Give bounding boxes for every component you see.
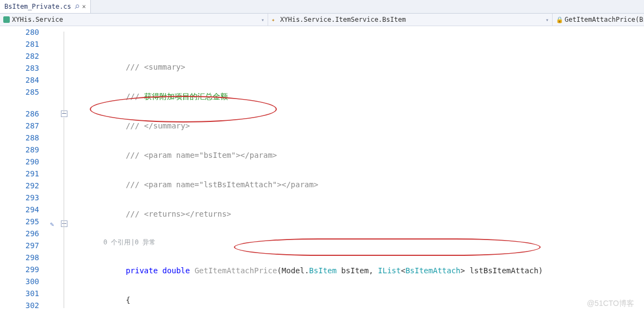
code-line: /// <summary> xyxy=(71,61,644,73)
code-line: /// <param name="lstBsItemAttach"></para… xyxy=(71,179,644,191)
nav-method[interactable]: 🔒 GetItemAttachPrice(BsItem bsI xyxy=(553,14,644,26)
line-number: 294 xyxy=(0,204,39,216)
line-number: 301 xyxy=(0,287,39,299)
nav-class[interactable]: ✦ XYHis.Service.ItemService.BsItem ▾ xyxy=(268,14,553,26)
namespace-icon xyxy=(3,16,10,23)
codelens-gap xyxy=(0,98,39,108)
nav-class-label: XYHis.Service.ItemService.BsItem xyxy=(280,16,406,23)
tab-filename: BsItem_Private.cs xyxy=(4,3,71,10)
line-gutter: 280 281 282 283 284 285 286 287 288 289 … xyxy=(0,26,49,313)
line-number: 292 xyxy=(0,180,39,192)
line-number: 291 xyxy=(0,168,39,180)
line-number: 290 xyxy=(0,156,39,168)
fold-toggle-foreach[interactable] xyxy=(61,220,67,227)
line-number: 299 xyxy=(0,263,39,275)
fold-toggle-method[interactable] xyxy=(61,111,67,117)
line-number: 284 xyxy=(0,74,39,86)
line-number: 298 xyxy=(0,251,39,263)
class-icon: ✦ xyxy=(271,16,278,23)
code-line: /// <param name="bsItem"></param> xyxy=(71,149,644,161)
nav-method-label: GetItemAttachPrice(BsItem bsI xyxy=(565,16,644,23)
chevron-down-icon: ▾ xyxy=(261,17,264,23)
code-line: { xyxy=(71,294,644,306)
code-area[interactable]: /// <summary> /// 获得附加项目的汇总金额 /// </summ… xyxy=(71,26,644,313)
marker-column: ✎ xyxy=(49,26,61,313)
method-icon: 🔒 xyxy=(556,16,562,23)
line-number: 302 xyxy=(0,299,39,311)
ide-root: BsItem_Private.cs ⚲ × XYHis.Service ▾ ✦ … xyxy=(0,0,644,313)
pin-icon[interactable]: ⚲ xyxy=(72,3,81,11)
line-number: 285 xyxy=(0,86,39,98)
navigation-bar: XYHis.Service ▾ ✦ XYHis.Service.ItemServ… xyxy=(0,14,644,26)
line-number: 282 xyxy=(0,50,39,62)
editor: 280 281 282 283 284 285 286 287 288 289 … xyxy=(0,26,644,313)
code-line: /// </summary> xyxy=(71,120,644,132)
line-number: 297 xyxy=(0,240,39,251)
watermark: @51CTO博客 xyxy=(587,299,634,309)
chevron-down-icon: ▾ xyxy=(546,17,549,23)
tab-bar: BsItem_Private.cs ⚲ × xyxy=(0,0,644,14)
line-number: 281 xyxy=(0,38,39,50)
line-number: 286 xyxy=(0,108,39,120)
line-number: 293 xyxy=(0,192,39,204)
code-line: private double GetItemAttachPrice(Model.… xyxy=(71,265,644,277)
line-number: 287 xyxy=(0,120,39,132)
nav-namespace-label: XYHis.Service xyxy=(12,16,63,23)
outline-column xyxy=(61,26,71,313)
codelens-row[interactable]: 0 个引用|0 异常 xyxy=(71,237,644,247)
line-number: 296 xyxy=(0,228,39,240)
nav-namespace[interactable]: XYHis.Service ▾ xyxy=(0,14,268,26)
code-line: /// 获得附加项目的汇总金额 xyxy=(71,90,644,102)
line-number: 295 xyxy=(0,216,39,228)
line-number: 300 xyxy=(0,275,39,287)
file-tab[interactable]: BsItem_Private.cs ⚲ × xyxy=(0,0,91,13)
line-number: 280 xyxy=(0,26,39,38)
line-number: 283 xyxy=(0,62,39,74)
code-line: /// <returns></returns> xyxy=(71,208,644,220)
edit-marker-icon: ✎ xyxy=(50,220,54,228)
line-number: 288 xyxy=(0,132,39,144)
line-number: 289 xyxy=(0,144,39,156)
close-icon[interactable]: × xyxy=(82,3,86,10)
